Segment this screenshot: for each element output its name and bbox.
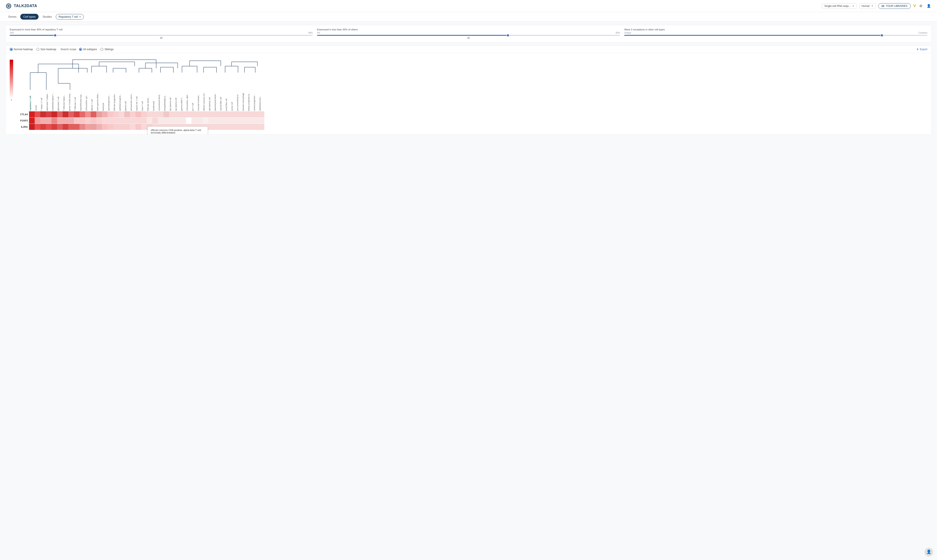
heat-cell[interactable] xyxy=(102,118,108,124)
heat-cell[interactable] xyxy=(108,124,113,130)
dataset-dropdown[interactable]: Single-cell RNA sequ... ▼ xyxy=(822,3,857,9)
heat-cell[interactable] xyxy=(191,118,197,124)
heat-cell[interactable] xyxy=(51,118,57,124)
heat-cell[interactable] xyxy=(80,118,85,124)
heat-cell[interactable] xyxy=(74,111,80,117)
heat-cell[interactable] xyxy=(248,111,253,117)
heat-cell[interactable] xyxy=(259,124,264,130)
heat-cell[interactable] xyxy=(248,124,253,130)
heat-cell[interactable] xyxy=(186,111,191,117)
slider-track-3[interactable] xyxy=(624,35,927,36)
heat-cell[interactable] xyxy=(141,124,147,130)
heat-cell[interactable] xyxy=(186,124,191,130)
tab-studies[interactable]: Studies xyxy=(39,14,55,20)
radio-all-subtypes[interactable]: All subtypes xyxy=(79,48,97,51)
heat-cell[interactable] xyxy=(46,118,51,124)
heat-cell[interactable] xyxy=(242,118,248,124)
heat-cell[interactable] xyxy=(220,118,225,124)
heat-cell[interactable] xyxy=(119,118,124,124)
heat-cell[interactable] xyxy=(175,111,180,117)
heat-cell[interactable] xyxy=(85,111,91,117)
heat-cell[interactable] xyxy=(63,111,68,117)
export-button[interactable]: ⬇ Export xyxy=(917,48,927,51)
heat-cell[interactable] xyxy=(158,111,163,117)
heat-cell[interactable] xyxy=(248,118,253,124)
heat-cell[interactable] xyxy=(51,111,57,117)
heat-cell[interactable] xyxy=(40,118,46,124)
heat-cell[interactable] xyxy=(152,124,158,130)
heat-cell[interactable] xyxy=(35,118,40,124)
heat-cell[interactable] xyxy=(220,111,225,117)
heat-cell[interactable] xyxy=(236,124,242,130)
heat-cell[interactable] xyxy=(169,118,175,124)
heat-cell[interactable] xyxy=(119,111,124,117)
heat-cell[interactable] xyxy=(119,124,124,130)
heat-cell[interactable] xyxy=(29,111,35,117)
heat-cell[interactable] xyxy=(197,124,203,130)
slider-thumb-3[interactable] xyxy=(880,34,883,37)
heat-cell[interactable] xyxy=(180,118,186,124)
heat-cell[interactable] xyxy=(96,111,102,117)
heat-cell[interactable] xyxy=(147,118,152,124)
heat-cell[interactable] xyxy=(57,118,63,124)
heat-cell[interactable] xyxy=(253,124,259,130)
heat-cell[interactable] xyxy=(152,111,158,117)
heat-cell[interactable] xyxy=(158,124,163,130)
heat-cell[interactable] xyxy=(197,111,203,117)
heat-cell[interactable] xyxy=(35,124,40,130)
heat-cell[interactable] xyxy=(203,124,208,130)
heat-cell[interactable] xyxy=(80,124,85,130)
libraries-button[interactable]: YOUR LIBRARIES xyxy=(878,3,911,9)
heat-cell[interactable] xyxy=(35,111,40,117)
tab-cell-types[interactable]: Cell types xyxy=(20,14,38,20)
heat-cell[interactable] xyxy=(259,111,264,117)
heat-cell[interactable] xyxy=(253,111,259,117)
heat-cell[interactable] xyxy=(152,118,158,124)
slider-track-2[interactable] xyxy=(317,35,620,36)
heat-cell[interactable] xyxy=(225,118,231,124)
heat-cell[interactable] xyxy=(135,118,141,124)
heat-cell[interactable] xyxy=(242,111,248,117)
heat-cell[interactable] xyxy=(169,111,175,117)
filter-chip-regulatory-t-cell[interactable]: Regulatory T cell × xyxy=(56,14,84,20)
heat-cell[interactable] xyxy=(135,111,141,117)
heat-cell[interactable] xyxy=(130,124,135,130)
heat-cell[interactable] xyxy=(68,111,74,117)
heat-cell[interactable] xyxy=(57,124,63,130)
user-icon[interactable]: 👤 xyxy=(926,3,932,9)
heat-cell[interactable] xyxy=(108,111,113,117)
heat-cell[interactable] xyxy=(214,111,220,117)
close-chip-icon[interactable]: × xyxy=(79,15,81,18)
heat-cell[interactable] xyxy=(163,111,169,117)
heat-cell[interactable] xyxy=(85,118,91,124)
heat-cell[interactable] xyxy=(236,118,242,124)
heat-cell[interactable] xyxy=(220,124,225,130)
heat-cell[interactable] xyxy=(29,118,35,124)
heat-cell[interactable] xyxy=(203,118,208,124)
heat-cell[interactable] xyxy=(135,124,141,130)
heat-cell[interactable] xyxy=(102,111,108,117)
settings-icon[interactable]: ⚙ xyxy=(919,3,923,9)
heat-cell[interactable] xyxy=(158,118,163,124)
heat-cell[interactable] xyxy=(259,118,264,124)
heat-cell[interactable] xyxy=(130,118,135,124)
heat-cell[interactable] xyxy=(175,118,180,124)
slider-track-1[interactable] xyxy=(10,35,313,36)
heat-cell[interactable] xyxy=(91,118,96,124)
tab-genes[interactable]: Genes xyxy=(5,14,19,20)
heat-cell[interactable] xyxy=(96,118,102,124)
heat-cell[interactable] xyxy=(180,124,186,130)
heat-cell[interactable] xyxy=(57,111,63,117)
heat-cell[interactable] xyxy=(214,118,220,124)
heat-cell[interactable] xyxy=(63,118,68,124)
radio-siblings[interactable]: Siblings xyxy=(100,48,114,51)
heat-cell[interactable] xyxy=(147,124,152,130)
heat-cell[interactable] xyxy=(113,118,119,124)
heat-cell[interactable] xyxy=(163,124,169,130)
slider-thumb-1[interactable] xyxy=(54,34,57,37)
species-dropdown[interactable]: Human ▼ xyxy=(859,3,876,9)
heat-cell[interactable] xyxy=(74,124,80,130)
heat-cell[interactable] xyxy=(208,118,214,124)
heat-cell[interactable] xyxy=(231,118,236,124)
slider-thumb-2[interactable] xyxy=(506,34,509,37)
